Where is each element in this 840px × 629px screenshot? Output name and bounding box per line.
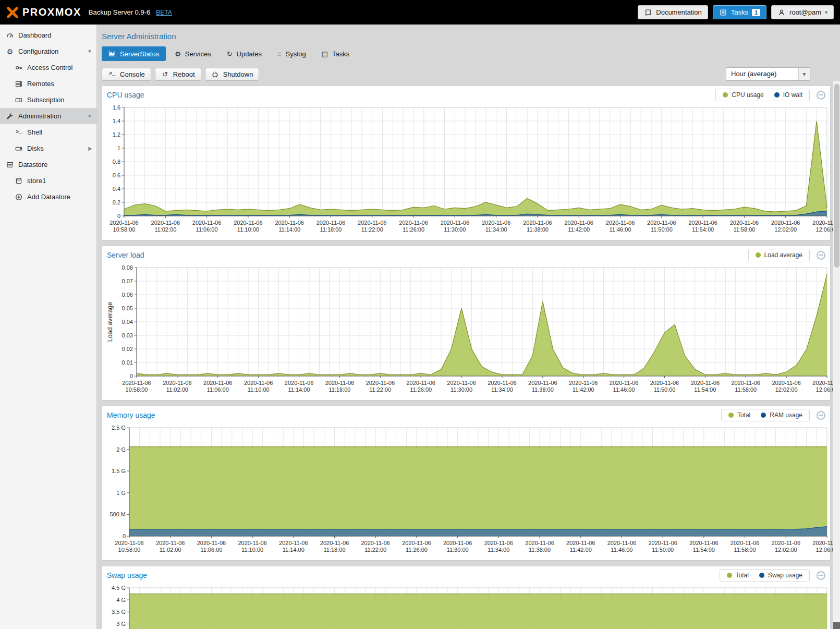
collapse-panel-icon[interactable]: [817, 251, 825, 260]
sidebar-item-label: Add Datastore: [27, 193, 70, 201]
tab-syslog[interactable]: ≡ Syslog: [271, 46, 313, 61]
svg-text:1.4: 1.4: [113, 118, 120, 124]
tab-label: Syslog: [286, 50, 306, 58]
sidebar-item-disks[interactable]: Disks ▶: [0, 140, 96, 156]
user-label: root@pam: [789, 8, 821, 16]
key-icon: [15, 64, 23, 71]
svg-text:2020-11-0611:10:00: 2020-11-0611:10:00: [244, 380, 273, 393]
reboot-button[interactable]: ↺ Reboot: [155, 68, 201, 81]
sidebar-item-subscription[interactable]: Subscription: [0, 92, 96, 108]
chart-legend: Load average: [748, 249, 810, 261]
main-content: Server Administration ServerStatus ⚙ Ser…: [97, 25, 840, 629]
beta-link[interactable]: BETA: [156, 9, 172, 16]
collapse-panel-icon[interactable]: [817, 571, 825, 580]
brand-text: PROXMOX: [22, 6, 81, 18]
terminal-icon: >_: [108, 71, 116, 77]
svg-text:2020-11-0611:30:00: 2020-11-0611:30:00: [441, 220, 469, 233]
tab-services[interactable]: ⚙ Services: [168, 46, 218, 61]
svg-text:2020-11-0611:54:00: 2020-11-0611:54:00: [691, 380, 720, 393]
chevron-down-icon[interactable]: ▼: [798, 68, 810, 80]
ticket-icon: [15, 96, 23, 104]
chevron-down-icon: ▼: [87, 49, 92, 54]
cpu-usage-panel: CPU usage CPU usageIO wait 00.20.40.60.8…: [102, 86, 831, 240]
svg-text:2020-11-0612:06:00: 2020-11-0612:06:00: [812, 380, 833, 393]
hdd-icon: [15, 145, 23, 152]
vertical-scrollbar[interactable]: [833, 81, 840, 629]
svg-text:2020-11-0611:10:00: 2020-11-0611:10:00: [234, 220, 262, 233]
svg-text:2020-11-0610:58:00: 2020-11-0610:58:00: [109, 220, 138, 233]
tab-label: Tasks: [332, 50, 349, 58]
proxmox-logo: PROXMOX: [6, 6, 81, 19]
documentation-button[interactable]: Documentation: [638, 5, 708, 19]
proxmox-x-icon: [6, 6, 19, 19]
page-title: Server Administration: [97, 25, 840, 46]
tab-serverstatus[interactable]: ServerStatus: [102, 46, 166, 61]
timeframe-select[interactable]: Hour (average) ▼: [726, 67, 810, 81]
reboot-label: Reboot: [173, 70, 195, 78]
svg-text:2020-11-0611:18:00: 2020-11-0611:18:00: [320, 540, 349, 553]
svg-text:2020-11-0611:46:00: 2020-11-0611:46:00: [607, 540, 636, 553]
sidebar-item-access-control[interactable]: Access Control: [0, 59, 96, 76]
tab-updates[interactable]: ↻ Updates: [220, 46, 269, 61]
svg-text:2020-11-0611:14:00: 2020-11-0611:14:00: [285, 380, 313, 393]
scrollbar-thumb[interactable]: [834, 84, 839, 268]
svg-text:4.5 G: 4.5 G: [112, 585, 126, 591]
svg-text:2020-11-0611:26:00: 2020-11-0611:26:00: [399, 220, 428, 233]
action-toolbar: >_ Console ↺ Reboot Shutdown Hour (avera…: [97, 61, 840, 81]
panel-title: Server load: [107, 251, 144, 259]
collapse-panel-icon[interactable]: [817, 411, 825, 420]
sidebar-item-shell[interactable]: >_ Shell: [0, 124, 96, 140]
legend-item: CPU usage: [723, 91, 763, 99]
collapse-panel-icon[interactable]: [817, 91, 825, 100]
server-load-panel: Server load Load average 00.010.020.030.…: [102, 246, 831, 401]
tasks-button[interactable]: Tasks 1: [713, 5, 766, 19]
svg-text:2020-11-0611:42:00: 2020-11-0611:42:00: [569, 380, 598, 393]
legend-dot: [728, 413, 734, 418]
sidebar-item-configuration[interactable]: ⚙ Configuration ▼: [0, 43, 96, 59]
chevron-down-icon: ▼: [87, 113, 92, 119]
sidebar-item-datastore[interactable]: Datastore: [0, 156, 96, 173]
chart-legend: TotalRAM usage: [721, 409, 810, 421]
reboot-arrow-icon: ↺: [161, 71, 169, 78]
svg-text:2020-11-0612:02:00: 2020-11-0612:02:00: [772, 380, 800, 393]
svg-text:3 G: 3 G: [116, 621, 126, 627]
top-header-bar: PROXMOX Backup Server 0.9-6 BETA Documen…: [0, 0, 840, 25]
sidebar-nav: Dashboard ⚙ Configuration ▼ Access Contr…: [0, 25, 97, 629]
sidebar-item-label: Disks: [27, 144, 44, 152]
svg-text:2020-11-0611:58:00: 2020-11-0611:58:00: [732, 380, 760, 393]
sidebar-item-label: Configuration: [18, 47, 58, 55]
shutdown-button[interactable]: Shutdown: [205, 68, 260, 81]
header-actions: Documentation Tasks 1 root@pam ▾: [638, 5, 834, 19]
console-button[interactable]: >_ Console: [102, 68, 151, 81]
tab-tasks[interactable]: ▤ Tasks: [315, 46, 357, 61]
sidebar-item-store1[interactable]: store1: [0, 173, 96, 189]
legend-item: RAM usage: [761, 412, 802, 419]
svg-text:0.06: 0.06: [122, 292, 133, 298]
sidebar-item-add-datastore[interactable]: Add Datastore: [0, 189, 96, 205]
legend-label: Total: [736, 572, 749, 579]
database-icon: [15, 177, 23, 185]
sidebar-item-label: Subscription: [27, 96, 65, 104]
sidebar-item-dashboard[interactable]: Dashboard: [0, 27, 96, 43]
svg-text:2020-11-0611:14:00: 2020-11-0611:14:00: [275, 220, 303, 233]
swap-usage-panel: Swap usage TotalSwap usage 0500 M1 G1.5 …: [102, 566, 831, 629]
sidebar-item-label: Shell: [27, 128, 42, 136]
server-icon: [15, 80, 23, 88]
task-list-icon: [719, 9, 727, 16]
svg-text:2020-11-0611:42:00: 2020-11-0611:42:00: [565, 220, 593, 233]
legend-dot: [774, 92, 780, 98]
sidebar-item-remotes[interactable]: Remotes: [0, 76, 96, 92]
svg-text:2020-11-0611:06:00: 2020-11-0611:06:00: [197, 540, 226, 553]
product-version-text: Backup Server 0.9-6: [89, 8, 151, 16]
user-menu-button[interactable]: root@pam ▾: [771, 5, 834, 19]
svg-text:3.5 G: 3.5 G: [112, 609, 126, 615]
legend-label: IO wait: [783, 91, 802, 99]
user-icon: [777, 9, 786, 16]
svg-text:0.01: 0.01: [122, 359, 133, 366]
legend-dot: [727, 573, 732, 578]
panel-title: CPU usage: [107, 91, 144, 99]
sidebar-item-administration[interactable]: Administration ▼: [0, 108, 96, 124]
svg-text:2020-11-0611:22:00: 2020-11-0611:22:00: [366, 380, 395, 393]
svg-text:2020-11-0611:38:00: 2020-11-0611:38:00: [525, 540, 554, 553]
chart-panels: CPU usage CPU usageIO wait 00.20.40.60.8…: [97, 81, 840, 629]
